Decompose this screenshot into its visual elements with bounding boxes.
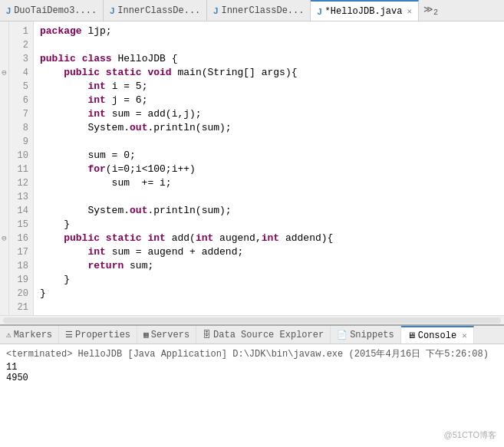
java-icon: J	[317, 7, 321, 16]
markers-icon: ⚠	[6, 330, 12, 340]
watermark: @51CTO博客	[444, 429, 496, 441]
editor-area: ⊖ ⊖ 1 2 3 4 5 6 7 8	[0, 21, 504, 324]
properties-icon: ☰	[65, 330, 73, 340]
fold-icon-11	[0, 163, 8, 176]
fold-icon-9	[0, 135, 8, 149]
line-numbers: 1 2 3 4 5 6 7 8 9 10 11 12 13 14 15 16 1…	[9, 21, 34, 315]
tab-datasource[interactable]: 🗄 Data Source Explorer	[196, 326, 331, 343]
fold-icon-1	[0, 25, 8, 38]
tab-console-label: Console	[418, 330, 456, 341]
close-icon[interactable]: ✕	[407, 6, 412, 16]
tab-duotai-label: DuoTaiDemo3....	[14, 5, 97, 16]
editor-content: ⊖ ⊖ 1 2 3 4 5 6 7 8	[0, 21, 504, 315]
tab-innerclass1[interactable]: J InnerClassDe...	[104, 0, 207, 21]
fold-icon-3	[0, 52, 8, 66]
fold-icon-16[interactable]: ⊖	[0, 232, 8, 245]
tab-servers[interactable]: ▦ Servers	[137, 326, 196, 343]
tab-snippets[interactable]: 📄 Snippets	[331, 326, 401, 343]
tab-markers-label: Markers	[14, 330, 52, 340]
fold-icon-20	[0, 287, 8, 301]
console-area: <terminated> HelloJDB [Java Application]…	[0, 344, 504, 447]
datasource-icon: 🗄	[203, 330, 211, 340]
fold-icon-10	[0, 149, 8, 163]
fold-icon-2	[0, 38, 8, 52]
tab-markers[interactable]: ⚠ Markers	[0, 326, 59, 343]
servers-icon: ▦	[143, 330, 149, 340]
console-header: <terminated> HelloJDB [Java Application]…	[6, 347, 498, 360]
code-area[interactable]: package ljp; public class HelloJDB { pub…	[34, 21, 504, 315]
fold-icon-17	[0, 245, 8, 259]
tab-duotai[interactable]: J DuoTaiDemo3....	[0, 0, 104, 21]
snippets-icon: 📄	[337, 330, 348, 340]
scrollbar-track[interactable]	[3, 317, 501, 324]
fold-icon-14	[0, 204, 8, 218]
fold-icon-15	[0, 218, 8, 232]
java-icon: J	[110, 6, 114, 15]
editor-scrollbar[interactable]	[0, 315, 504, 324]
fold-icon-13	[0, 190, 8, 204]
tab-innerclass1-label: InnerClassDe...	[117, 5, 200, 16]
tab-bar: J DuoTaiDemo3.... J InnerClassDe... J In…	[0, 0, 504, 21]
console-icon: 🖥	[407, 330, 416, 340]
fold-icon-8	[0, 121, 8, 135]
tab-console[interactable]: 🖥 Console ✕	[401, 326, 474, 343]
tab-hellojdb-label: *HelloJDB.java	[325, 6, 403, 17]
fold-icon-6	[0, 94, 8, 107]
bottom-tab-bar: ⚠ Markers ☰ Properties ▦ Servers 🗄 Data …	[0, 326, 504, 344]
tab-properties[interactable]: ☰ Properties	[59, 326, 137, 343]
tab-properties-label: Properties	[75, 330, 130, 340]
tab-innerclass2[interactable]: J InnerClassDe...	[207, 0, 311, 21]
fold-icon-19	[0, 273, 8, 287]
tab-snippets-label: Snippets	[350, 330, 394, 340]
fold-icon-4[interactable]: ⊖	[0, 66, 8, 80]
bottom-panel: ⚠ Markers ☰ Properties ▦ Servers 🗄 Data …	[0, 324, 504, 447]
fold-icon-5	[0, 80, 8, 94]
console-output: 114950	[6, 362, 498, 383]
tab-datasource-label: Data Source Explorer	[213, 330, 324, 340]
tab-servers-label: Servers	[151, 330, 189, 340]
tab-overflow-label: ≫2	[423, 4, 438, 17]
fold-icon-21	[0, 301, 8, 314]
fold-icon-7	[0, 107, 8, 121]
tab-overflow[interactable]: ≫2	[419, 0, 443, 21]
tab-hellojdb[interactable]: J *HelloJDB.java ✕	[311, 0, 419, 21]
java-icon: J	[213, 6, 218, 15]
close-icon[interactable]: ✕	[462, 330, 467, 340]
fold-icon-18	[0, 259, 8, 273]
tab-innerclass2-label: InnerClassDe...	[221, 5, 304, 16]
fold-icon-12	[0, 176, 8, 190]
fold-gutter: ⊖ ⊖	[0, 21, 9, 315]
java-icon: J	[6, 6, 11, 15]
